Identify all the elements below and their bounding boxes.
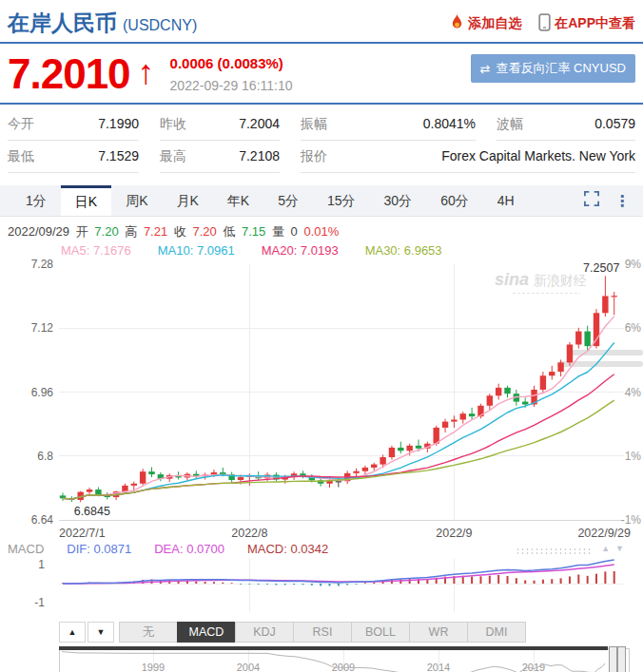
- more-menu-icon[interactable]: ⋮: [614, 192, 630, 210]
- high-value: 7.21: [144, 224, 167, 239]
- stat-label: 今开: [8, 116, 34, 133]
- fullscreen-icon[interactable]: [584, 191, 599, 210]
- period-tab-5[interactable]: 5分: [263, 185, 313, 216]
- navigator-chart: 19992004200920142019: [60, 649, 629, 672]
- svg-text:2014: 2014: [427, 662, 450, 672]
- svg-text:6.8: 6.8: [37, 450, 53, 463]
- period-tab-3[interactable]: 月K: [162, 185, 212, 216]
- swap-icon: ⇄: [480, 62, 491, 76]
- panel-up-icon[interactable]: ▲: [601, 544, 615, 553]
- reverse-rate-button[interactable]: ⇄ 查看反向汇率 CNYUSD: [471, 54, 635, 83]
- ma-legend-item-2: MA20: 7.0193: [262, 243, 339, 258]
- svg-text:6.96: 6.96: [31, 386, 54, 399]
- svg-text:-1%: -1%: [621, 513, 642, 527]
- stat-value: 7.2004: [239, 116, 280, 131]
- open-value: 7.20: [94, 224, 118, 239]
- volume-label: 量: [272, 224, 284, 239]
- period-tab-1[interactable]: 日K: [61, 185, 111, 216]
- stat-amplitude: 振幅0.8041%: [301, 108, 476, 141]
- period-tab-7[interactable]: 30分: [370, 185, 427, 216]
- flame-icon: [450, 13, 464, 33]
- indicator-tab-0[interactable]: 无: [119, 622, 178, 643]
- low-label: 低: [223, 224, 235, 239]
- macd-panel-chart[interactable]: 1-1: [0, 557, 643, 614]
- scroll-down-button[interactable]: ▼: [88, 622, 114, 643]
- ohlc-date: 2022/09/29: [8, 224, 69, 239]
- period-tab-4[interactable]: 年K: [213, 185, 263, 216]
- x-tick-1: 2022/8: [231, 527, 267, 540]
- period-tab-8[interactable]: 60分: [426, 185, 483, 216]
- stat-label: 昨收: [160, 116, 186, 133]
- x-tick-2: 2022/9: [436, 527, 472, 540]
- indicator-tab-3[interactable]: RSI: [293, 622, 352, 643]
- indicator-tabs: 无MACDKDJRSIBOLLWRDMI: [120, 622, 526, 643]
- period-tab-6[interactable]: 15分: [313, 185, 370, 216]
- symbol-code: (USDCNY): [123, 17, 197, 34]
- svg-text:2009: 2009: [332, 662, 355, 672]
- stat-value: 7.2108: [239, 148, 280, 163]
- svg-text:7.2507: 7.2507: [583, 261, 619, 275]
- stat-prev-close: 昨收7.2004: [160, 108, 280, 141]
- header: 在岸人民币 (USDCNY) 添加自选 在APP中查看: [0, 0, 643, 42]
- stat-value: 0.8041%: [423, 116, 476, 131]
- high-label: 高: [125, 224, 137, 239]
- page-title: 在岸人民币: [8, 9, 117, 38]
- indicator-tab-6[interactable]: DMI: [467, 622, 526, 643]
- main-chart-area[interactable]: 7.289%7.126%6.964%6.81%6.64-1%6.68457.25…: [0, 259, 643, 527]
- dea-value: DEA: 0.0700: [154, 542, 224, 556]
- svg-text:2019: 2019: [522, 662, 545, 672]
- period-tabbar-tabs: 1分日K周K月K年K5分15分30分60分4H: [11, 185, 529, 216]
- indicator-tab-1[interactable]: MACD: [177, 622, 236, 643]
- up-arrow-icon: ↑: [138, 53, 155, 91]
- volume-value: 0: [291, 224, 298, 239]
- scroll-up-button[interactable]: ▲: [59, 622, 86, 643]
- svg-text:1%: 1%: [625, 450, 642, 463]
- svg-text:4%: 4%: [625, 386, 642, 399]
- stat-label: 波幅: [497, 116, 523, 133]
- quote-section: 7.2010 ↑ 0.0006 (0.0083%) 2022-09-29 16:…: [0, 44, 643, 103]
- chart-toolbar: ⋮: [584, 185, 643, 216]
- dif-value: DIF: 0.0871: [67, 542, 131, 556]
- svg-text:7.12: 7.12: [31, 321, 54, 335]
- stat-label: 报价: [301, 148, 327, 165]
- macd-value: MACD: 0.0342: [247, 542, 328, 556]
- price-change: 0.0006 (0.0083%): [170, 55, 293, 71]
- indicator-tab-2[interactable]: KDJ: [235, 622, 294, 643]
- stat-low: 最低7.1529: [8, 141, 139, 173]
- navigator-handle-left[interactable]: [609, 646, 617, 672]
- indicator-tab-5[interactable]: WR: [409, 622, 468, 643]
- svg-text:7.28: 7.28: [31, 259, 54, 271]
- add-watchlist-button[interactable]: 添加自选: [450, 13, 521, 33]
- period-tab-0[interactable]: 1分: [11, 185, 61, 216]
- main-candlestick-chart[interactable]: 7.289%7.126%6.964%6.81%6.64-1%6.68457.25…: [0, 259, 643, 527]
- indicator-tab-4[interactable]: BOLL: [351, 622, 410, 643]
- stat-value: 7.1529: [98, 148, 139, 163]
- stat-open: 今开7.1990: [8, 108, 139, 141]
- ma-legend-item-3: MA30: 6.9653: [365, 243, 442, 258]
- quote-timestamp: 2022-09-29 16:11:10: [170, 78, 293, 93]
- range-navigator[interactable]: 19992004200920142019: [59, 648, 630, 672]
- stat-range: 波幅0.0579: [497, 108, 635, 141]
- indicator-tab-row: ▲ ▼ 无MACDKDJRSIBOLLWRDMI: [0, 621, 643, 643]
- macd-legend: MACD DIF: 0.0871 DEA: 0.0700 MACD: 0.034…: [0, 541, 643, 557]
- period-tab-9[interactable]: 4H: [483, 185, 529, 216]
- period-tabbar: 1分日K周K月K年K5分15分30分60分4H ⋮: [0, 185, 643, 217]
- x-tick-3: 2022/9/29: [577, 527, 631, 540]
- view-in-app-label: 在APP中查看: [555, 15, 635, 32]
- stat-value: 7.1990: [98, 116, 139, 131]
- svg-text:1999: 1999: [142, 662, 165, 672]
- drag-dots-pattern[interactable]: [516, 547, 592, 554]
- period-tab-2[interactable]: 周K: [111, 185, 162, 216]
- reverse-rate-label: 查看反向汇率 CNYUSD: [496, 60, 626, 77]
- x-tick-0: 2022/7/1: [59, 527, 106, 540]
- svg-text:6.64: 6.64: [31, 513, 54, 527]
- navigator-selected-strip[interactable]: [59, 646, 608, 650]
- view-in-app-button[interactable]: 在APP中查看: [538, 13, 635, 34]
- panel-resize-arrows[interactable]: ▲▼: [601, 544, 630, 553]
- svg-text:6.6845: 6.6845: [74, 505, 110, 518]
- stat-value: Forex Capital Markets. New York: [441, 148, 635, 163]
- stat-label: 振幅: [301, 116, 327, 133]
- navigator-handle-right[interactable]: [617, 646, 626, 672]
- panel-down-icon[interactable]: ▼: [615, 544, 630, 553]
- svg-text:1: 1: [38, 558, 45, 571]
